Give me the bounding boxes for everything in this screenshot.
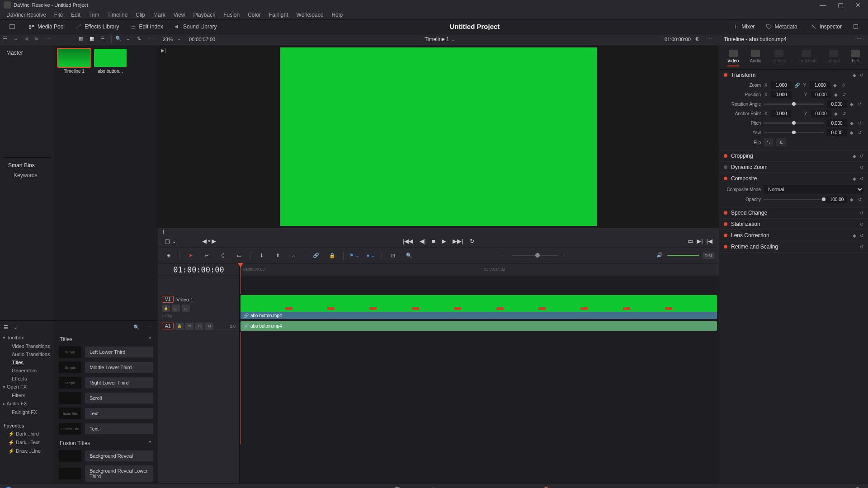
thumbnail-view-icon[interactable]: ▦: [90, 36, 97, 43]
flip-v-button[interactable]: ⇅: [776, 138, 786, 146]
menu-file[interactable]: File: [51, 11, 66, 19]
auto-snap-button[interactable]: ⊡: [387, 250, 398, 261]
menu-help[interactable]: Help: [328, 11, 346, 19]
viewer-timeline-name[interactable]: Timeline 1: [220, 36, 660, 42]
stabilization-header[interactable]: Stabilization↺: [719, 219, 868, 230]
keyframe-icon[interactable]: ◆: [850, 130, 855, 135]
title-text[interactable]: Basic TitleText: [58, 407, 154, 420]
position-x-input[interactable]: [771, 91, 792, 99]
chevron-down-icon[interactable]: ⌄: [126, 36, 133, 43]
reset-icon[interactable]: ↺: [858, 102, 863, 107]
keyframe-icon[interactable]: ◆: [850, 102, 855, 107]
favorite-1[interactable]: Dark...hird: [0, 430, 54, 438]
track-badge-v1[interactable]: V1: [162, 296, 174, 303]
menu-workspace[interactable]: Workspace: [293, 11, 327, 19]
zoom-x-input[interactable]: [771, 81, 792, 89]
search-icon[interactable]: 🔍: [133, 324, 141, 332]
clip-thumbnail-abo-button[interactable]: abo button...: [94, 49, 127, 74]
master-bin[interactable]: Master: [3, 48, 51, 58]
pitch-slider[interactable]: [764, 122, 824, 124]
next-edit-button[interactable]: ▶|: [697, 238, 703, 244]
selection-tool[interactable]: ➤: [185, 250, 196, 261]
position-y-input[interactable]: [811, 91, 831, 99]
strip-view-icon[interactable]: ☰: [100, 36, 108, 43]
favorite-2[interactable]: Dark...Text: [0, 438, 54, 447]
prev-frame-button[interactable]: ◀|: [420, 238, 425, 244]
menu-fairlight[interactable]: Fairlight: [265, 11, 292, 19]
lens-correction-header[interactable]: Lens Correction◆↺: [719, 230, 868, 241]
keyframe-icon[interactable]: ◆: [850, 121, 855, 126]
forward-button[interactable]: ▶: [35, 36, 42, 43]
replace-clip-button[interactable]: ↔: [288, 250, 299, 261]
tab-audio[interactable]: Audio: [748, 49, 763, 67]
search-icon[interactable]: 🔍: [115, 36, 123, 43]
blade-tool[interactable]: ✂: [201, 250, 212, 261]
link-button[interactable]: 🔗: [311, 250, 321, 261]
tab-media[interactable]: ▦: [316, 484, 330, 488]
fx-tree-fairlightfx[interactable]: Fairlight FX: [0, 408, 54, 416]
zoom-in-button[interactable]: +: [561, 252, 569, 259]
track-header-a1[interactable]: A1 🔒 ▭ S M 2.0: [158, 320, 240, 332]
effects-panel-toggle[interactable]: ☰: [4, 324, 11, 332]
tab-image[interactable]: Image: [826, 49, 842, 67]
trim-tool[interactable]: ⟨⟩: [217, 250, 228, 261]
monitor-volume-slider[interactable]: [667, 255, 699, 256]
favorite-3[interactable]: Draw...Line: [0, 447, 54, 455]
fx-tree-titles[interactable]: Titles: [0, 358, 54, 366]
tab-video[interactable]: Video: [726, 49, 741, 67]
inspector-toggle[interactable]: Inspector: [806, 22, 846, 32]
opacity-input[interactable]: [826, 196, 847, 203]
menu-clip[interactable]: Clip: [132, 11, 149, 19]
video-clip[interactable]: [241, 295, 717, 312]
jump-last-frame-icon[interactable]: ▶|: [161, 48, 166, 53]
stop-button[interactable]: ■: [432, 238, 435, 244]
title-right-lower-third[interactable]: SampleRight Lower Third: [58, 376, 154, 389]
pitch-input[interactable]: [826, 119, 847, 127]
options-icon[interactable]: ⋯: [46, 36, 53, 43]
title-scroll[interactable]: Scroll: [58, 391, 154, 405]
title-text-plus[interactable]: Custom TitleText+: [58, 422, 154, 436]
home-button[interactable]: ⌂: [844, 486, 852, 488]
play-button[interactable]: ▶: [442, 238, 446, 244]
tab-file[interactable]: File: [849, 49, 862, 67]
title-middle-lower-third[interactable]: SampleMiddle Lower Third: [58, 361, 154, 374]
link-xy-icon[interactable]: 🔗: [794, 83, 800, 88]
fusion-background-reveal[interactable]: Background Reveal: [58, 449, 154, 463]
titles-section-header[interactable]: Titles ⌃: [58, 333, 154, 345]
clip-thumbnail-timeline1[interactable]: Timeline 1: [58, 49, 90, 74]
fx-tree-openfx[interactable]: Open FX: [0, 383, 54, 391]
zoom-out-button[interactable]: −: [502, 252, 509, 259]
menu-timeline[interactable]: Timeline: [104, 11, 131, 19]
media-pool-toggle[interactable]: Media Pool: [24, 22, 69, 32]
rotation-slider[interactable]: [764, 103, 824, 105]
overlay-mode-button[interactable]: ▢ ⌄: [165, 238, 177, 244]
last-frame-button[interactable]: ▶▶|: [453, 238, 463, 244]
inspector-options-icon[interactable]: ⋯: [856, 36, 863, 43]
composite-mode-select[interactable]: Normal: [764, 185, 863, 194]
position-lock-button[interactable]: 🔒: [327, 250, 338, 261]
menu-view[interactable]: View: [170, 11, 189, 19]
maximize-button[interactable]: ▢: [834, 1, 847, 9]
yaw-slider[interactable]: [764, 132, 824, 133]
bin-list-toggle[interactable]: ☰: [3, 36, 10, 43]
title-left-lower-third[interactable]: SampleLeft Lower Third: [58, 345, 154, 359]
timeline-view-options[interactable]: ⊞: [163, 250, 174, 261]
viewer-options-icon[interactable]: ⋯: [707, 36, 714, 43]
transform-header[interactable]: Transform ◆ ↺: [719, 70, 868, 80]
mute-button[interactable]: M: [205, 323, 213, 330]
program-viewer[interactable]: ▶|: [158, 45, 719, 228]
zoom-dropdown-icon[interactable]: ⌄: [177, 36, 184, 43]
list-view-icon[interactable]: ▦: [79, 36, 86, 43]
fx-tree-audiofx[interactable]: Audio FX: [0, 399, 54, 408]
speed-change-header[interactable]: Speed Change↺: [719, 207, 868, 218]
sound-library-toggle[interactable]: Sound Library: [170, 22, 222, 32]
mixer-toggle[interactable]: Mixer: [728, 22, 759, 32]
tab-color[interactable]: ◉: [464, 484, 479, 488]
effects-library-toggle[interactable]: Effects Library: [71, 22, 123, 32]
anchor-y-input[interactable]: [811, 110, 831, 117]
yaw-input[interactable]: [826, 129, 847, 136]
audio-clip[interactable]: 🔗 abo button.mp4: [241, 321, 717, 331]
back-button[interactable]: ◀: [24, 36, 32, 43]
fx-tree-toolbox[interactable]: Toolbox: [0, 333, 54, 342]
fx-tree-generators[interactable]: Generators: [0, 366, 54, 375]
